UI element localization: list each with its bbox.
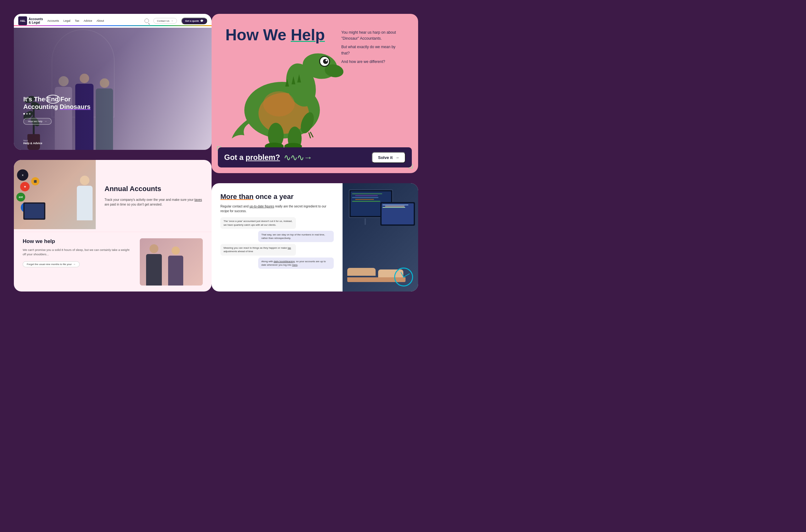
how-help-arrow-icon: → [44,120,47,123]
monitor-stand [364,218,366,225]
color-bar [14,25,211,26]
annual-accounts-title: Annual Accounts [105,185,203,193]
bookmeaning-link[interactable]: daily bookMeaning [274,260,295,263]
panel-how-we-help: How We Help You might hear us harp on ab… [211,14,418,173]
clock-minute-hand [404,273,410,277]
uptodate-link[interactable]: up-to-date figures [249,205,274,208]
p2-bottom-section: How we help We can't promise you a solid… [14,232,211,291]
taxes-link[interactable]: taxes [194,198,202,202]
logo[interactable]: A&L Accounts & Legal [18,16,43,25]
dinosaur-image [225,41,345,148]
annual-accounts-content: Annual Accounts Track your company's act… [96,160,211,229]
nav-legal[interactable]: Legal [63,19,71,22]
hero-title: It's The End For Accounting Dinosaurs [23,95,90,111]
contact-button[interactable]: Contact Us → [153,18,177,24]
how-we-help-title: How we help [23,238,133,245]
how-we-help-button[interactable]: How we help → [23,118,52,125]
nav-tax[interactable]: Tax [75,19,79,22]
slide-dots [23,113,90,115]
nav-links: Accounts Legal Tax Advice About [48,19,140,22]
more-underline: More than [220,193,254,201]
p4-content: More than once a year Regular contact an… [211,183,418,291]
how-we-help-section: How we help We can't promise you a solid… [23,238,133,267]
svg-point-6 [323,59,328,64]
svg-line-10 [311,132,313,137]
contact-label: Contact Us [157,20,169,22]
logo-icon: A&L [18,16,27,25]
how-we-help-image [140,238,203,286]
problem-underline: problem? [246,153,280,162]
panel-annual-accounts: X ✦ ext TAX ⬛ Annual Accounts Track your… [14,160,211,291]
how-help-label: How we help [28,120,42,123]
sticker-5: ⬛ [31,177,39,185]
panel-website-homepage: A&L Accounts & Legal Accounts Legal Tax … [14,14,211,150]
sticker-2: ✦ [20,182,30,191]
search-icon[interactable] [145,19,149,23]
quote-icon: 💬 [200,20,203,22]
solve-label: Solve it [378,155,393,160]
desk-person [77,176,93,220]
person-a [146,244,162,286]
annual-accounts-description: Track your company's activity over the y… [105,197,203,207]
next-label: Next [23,139,42,142]
how-we-help-description: We can't promise you a solid 8 hours of … [23,248,133,257]
nav-advice[interactable]: Advice [84,19,92,22]
logo-text: Accounts & Legal [29,17,43,24]
dot-2[interactable] [26,113,28,115]
problem-text: Got a problem? [224,153,280,162]
chat-bubble-1: The 'once a year' accountant just doesn'… [220,217,296,229]
p2-top-section: X ✦ ext TAX ⬛ Annual Accounts Track your… [14,160,211,229]
laptop-screen [381,203,414,225]
monitor [23,203,45,220]
description-box: You might hear us harp on about "Dinosau… [341,30,404,68]
chat-bubbles-area: The 'once a year' accountant just doesn'… [220,217,334,269]
clock-icon [394,268,413,286]
forget-label: Forget the usual nine months to file you… [27,263,72,266]
panel-more-than-once: More than once a year Regular contact an… [211,183,418,291]
contact-arrow-icon: → [171,19,173,22]
dot-3[interactable] [29,113,31,115]
sticker-3: ext [16,193,25,202]
clock-hands [395,268,412,286]
svg-point-7 [325,59,327,61]
bracket-top-left [217,146,221,151]
solve-it-button[interactable]: Solve it → [372,152,406,163]
more-than-title: More than once a year [220,193,334,201]
squiggle-icon: ∿∿∿→ [284,152,368,163]
next-title: Help & Advice [23,142,42,145]
hero-overlay [14,26,211,150]
nav-accounts[interactable]: Accounts [48,19,59,22]
desc-line-1: You might hear us harp on about "Dinosau… [341,30,404,41]
dinosaurs-word: Dinosaurs [60,103,91,110]
problem-banner: Got a problem? ∿∿∿→ Solve it → [218,147,412,168]
solve-arrow-icon: → [395,155,399,160]
end-word: End [47,95,59,103]
hero-text: It's The End For Accounting Dinosaurs Ho… [23,95,90,125]
forget-button[interactable]: Forget the usual nine months to file you… [23,261,80,267]
quote-label: Get a quote [185,20,199,22]
navigation-bar: A&L Accounts & Legal Accounts Legal Tax … [14,14,211,28]
chat-bubble-4: Along with daily bookMeaning, so your ac… [258,258,334,269]
hero-next: Next Help & Advice [23,139,42,145]
tax-adj-link[interactable]: tax [288,246,291,249]
p2-worker-image: X ✦ ext TAX ⬛ [14,160,96,229]
forget-arrow-icon: → [73,263,76,266]
dot-1[interactable] [23,113,25,115]
bracket-bottom-right [408,164,413,168]
svg-point-19 [263,91,295,116]
laptop-shape [380,202,415,226]
chat-bubble-2: That way, we can stay on top of the numb… [258,231,334,242]
desc-line-3: And how are we different? [341,59,404,65]
chat-bubble-3: Meaning you can react to things as they … [220,244,296,255]
xero-link[interactable]: Xero [292,264,298,266]
nav-about[interactable]: About [97,19,104,22]
p4-subtitle: Regular contact and up-to-date figures r… [220,204,334,213]
p4-image-area [342,183,418,291]
sticker-1: X [17,169,28,181]
svg-line-11 [309,133,311,138]
desc-line-2: But what exactly do we mean by that? [341,44,404,56]
hero-area: It's The End For Accounting Dinosaurs Ho… [14,26,211,150]
p4-text-area: More than once a year Regular contact an… [211,183,342,291]
person-b [168,246,183,286]
get-quote-button[interactable]: Get a quote 💬 [181,18,207,24]
